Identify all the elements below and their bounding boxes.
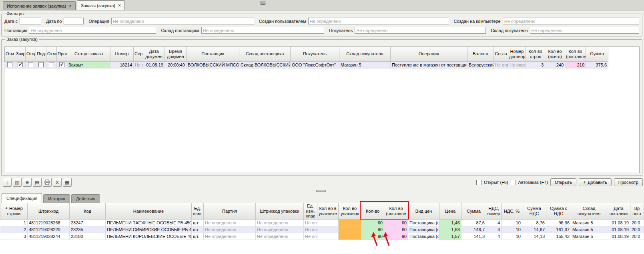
order-cell[interactable]: Поступление в магазин от поставщик [391,61,467,68]
spec-cell-date[interactable]: 01.08.19 [607,219,630,226]
spec-column-header[interactable]: Штрихкод [28,203,70,219]
spec-cell-time[interactable]: 20:0 [630,226,644,233]
spec-cell-sum[interactable]: 141,3 [461,233,486,240]
spec-cell-pack_unit[interactable]: Не оп [304,233,317,240]
close-tab-icon[interactable]: × [118,4,121,8]
spec-cell-name[interactable]: ПЕЛЬМЕНИ СИБИРСКИЕ ОСОБЫЕ РБ 45 [106,226,192,233]
spec-cell-pack_barcode[interactable]: Не определено [256,219,304,226]
tab-history[interactable]: История [43,194,70,203]
order-checkbox-cell[interactable]: ✔ [57,61,67,68]
spec-cell-pack_barcode[interactable]: Не определено [256,233,304,240]
add-button[interactable]: +Добавить [579,178,612,186]
order-cell[interactable]: 20:00:49 [165,61,187,68]
orders-column-header[interactable]: Отпр [26,47,36,61]
spec-cell-price[interactable]: 1,46 [439,219,461,226]
order-cell[interactable]: Закрыт [67,61,110,68]
orders-column-header[interactable]: Подт [36,47,46,61]
spec-cell-time[interactable]: 20:0 [630,233,644,240]
spec-cell-barcode[interactable]: 4811219028244 [28,233,70,240]
checkbox-unchecked[interactable] [7,62,12,67]
checkbox-checked[interactable]: ✔ [59,62,64,67]
spec-cell-date[interactable]: 01.08.19 [607,226,630,233]
order-cell[interactable]: Не опред [508,61,526,68]
spec-column-header[interactable]: Сумма с НДС [546,203,571,219]
numbered-list-button[interactable]: ≡ [23,178,32,187]
orders-column-header[interactable]: Закр [15,47,26,61]
spec-cell-warehouse[interactable]: Магазин 5 [571,219,607,226]
spec-cell-sum[interactable]: 146,7 [461,226,486,233]
spec-cell-qty_delivered[interactable]: 60 [384,219,408,226]
spec-cell-packs[interactable] [339,219,361,226]
spec-cell-price_type[interactable]: Поставщика (с [408,219,439,226]
spec-cell-date[interactable]: 01.08.19 [607,233,630,240]
open-green-arrow-button[interactable]: ↑ [3,178,12,187]
spec-row[interactable]: 2481121902822023235ПЕЛЬМЕНИ СИБИРСКИЕ ОС… [0,226,644,233]
spec-column-header[interactable]: Склад покупателя [571,203,607,219]
spec-column-header[interactable]: Штрихкод упаковки [256,203,304,219]
supplier-warehouse-input[interactable] [201,27,324,34]
supplier-input[interactable] [29,27,156,34]
order-cell[interactable]: 375,6 [586,61,608,68]
orders-column-header[interactable]: Время докумен [165,47,187,61]
print-button[interactable] [43,178,52,187]
order-cell[interactable]: Магазин 5 [339,61,391,68]
date-to-input[interactable] [64,18,84,24]
spec-cell-num[interactable]: 1 [0,219,28,226]
order-cell[interactable]: Белорусский [467,61,494,68]
spec-cell-unit[interactable]: шт. [192,233,204,240]
spec-column-header[interactable]: Сумма [461,203,486,219]
order-cell[interactable]: 01.08.19 [143,61,165,68]
orders-column-header[interactable]: Склад покупателя [339,47,391,61]
spec-column-header[interactable]: Код [70,203,106,219]
columns-button[interactable]: ▥ [13,178,22,187]
spec-column-header[interactable]: Кол-во [361,203,384,219]
spec-column-header[interactable]: Кол-во (поставле [384,203,408,219]
spec-cell-pack_unit[interactable]: Не оп [304,226,317,233]
spec-cell-sum[interactable]: 87,6 [461,219,486,226]
created-on-computer-input[interactable] [503,18,639,24]
spec-cell-qty_delivered[interactable]: 90 [384,233,408,240]
order-cell[interactable]: 3 [526,61,545,68]
tab-specification[interactable]: Спецификация [2,193,42,203]
spec-cell-pack_barcode[interactable]: Не определено [256,226,304,233]
spec-cell-qty_in_pack[interactable] [317,226,339,233]
spec-column-header[interactable]: ▲Номер строки [0,203,28,219]
spec-cell-vat_num[interactable]: 4 [486,226,502,233]
orders-column-header[interactable]: Сер [134,47,143,61]
spec-cell-qty_delivered[interactable]: 60 [384,226,408,233]
spec-cell-sum_with_vat[interactable]: 155,43 [546,233,571,240]
spec-cell-code[interactable]: 23235 [70,226,106,233]
orders-column-header[interactable]: Кол-во строк [526,47,545,61]
spec-row[interactable]: 3481121902824423180ПЕЛЬМЕНИ КОРОЛЕВСКИЕ … [0,233,644,240]
orders-column-header[interactable]: Согла [494,47,508,61]
spec-cell-batch[interactable]: Не определено [204,219,256,226]
spec-cell-unit[interactable]: шт. [192,226,204,233]
checkbox-checked[interactable]: ✔ [18,62,23,67]
spec-cell-code[interactable]: 23180 [70,233,106,240]
orders-column-header[interactable]: Дата докумен [143,47,165,61]
spec-column-header[interactable]: Цена [439,203,461,219]
order-cell[interactable]: 240 [545,61,565,68]
orders-column-header[interactable]: Пров [57,47,67,61]
order-cell[interactable]: Не с [134,61,143,68]
close-tab-icon[interactable]: × [69,4,72,8]
spec-cell-qty_in_pack[interactable] [317,233,339,240]
autoorder-f7-checkbox[interactable] [511,180,516,185]
excel-export-button[interactable]: X [53,178,62,187]
spec-cell-qty[interactable]: 60 [361,219,384,226]
spec-cell-sum_with_vat[interactable]: 96,36 [546,219,571,226]
tab-zakazy-zakupka[interactable]: Заказы (закупка) × [77,0,125,10]
order-checkbox-cell[interactable] [26,61,36,68]
spec-cell-price[interactable]: 1,63 [439,226,461,233]
spec-cell-name[interactable]: ПЕЛЬМЕНИ ТАЕЖНЫЕ ОСОБЫЕ РБ 450Г [106,219,192,226]
orders-column-header[interactable]: Склад поставщика [239,47,291,61]
spec-cell-num[interactable]: 2 [0,226,28,233]
orders-column-header[interactable]: Отм. [5,47,15,61]
spec-column-header[interactable]: Кол-во упаковок [339,203,361,219]
spec-cell-time[interactable]: 20:0 [630,219,644,226]
spec-cell-price_type[interactable]: Поставщика (с [408,226,439,233]
spec-cell-vat_pct[interactable]: 10 [502,226,522,233]
spec-column-header[interactable]: Кол-во в упаковке [317,203,339,219]
order-row[interactable]: ✔✔Закрыт18214Не с01.08.1920:00:49ВОЛКОВЫ… [5,61,640,68]
checkbox-unchecked[interactable] [38,62,44,67]
